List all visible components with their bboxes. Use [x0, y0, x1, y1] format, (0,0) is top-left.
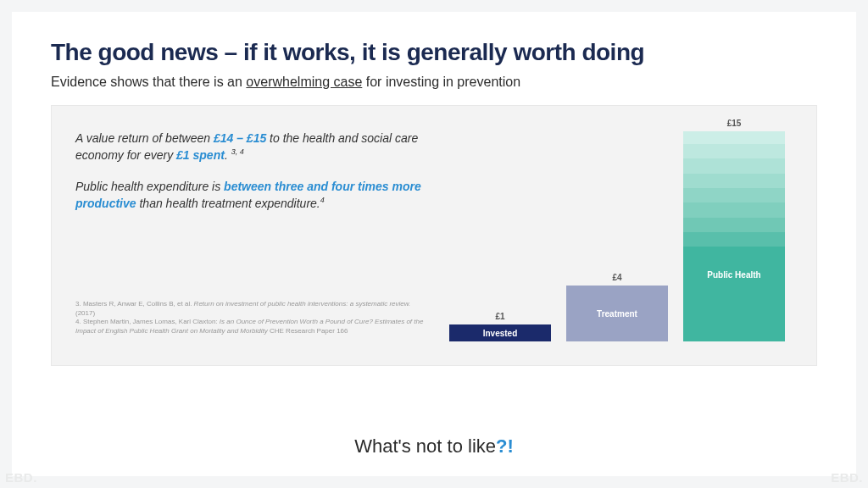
- blurb1-sup: 3, 4: [231, 148, 244, 157]
- slide-subtitle: Evidence shows that there is an overwhel…: [51, 75, 817, 90]
- blurb-1: A value return of between £14 – £15 to t…: [75, 130, 426, 164]
- ref3-i: Return on investment of public health in…: [194, 300, 411, 308]
- bar-treatment-value: £4: [612, 273, 621, 282]
- reference-3: 3. Masters R, Anwar E, Collins B, et al.…: [75, 300, 426, 319]
- blurb1-c: .: [225, 148, 231, 162]
- blurb2-sup: 4: [320, 196, 325, 204]
- bar-invested-value: £1: [495, 312, 504, 321]
- bar-public-value: £15: [727, 119, 742, 128]
- bar-public-label: Public Health: [707, 270, 760, 280]
- bar-invested: Invested: [449, 324, 551, 341]
- ref4-b: CHE Research Paper 166: [268, 327, 348, 335]
- watermark-left: EBD.: [5, 470, 37, 485]
- watermark-right: EBD.: [831, 470, 863, 485]
- references: 3. Masters R, Anwar E, Collins B, et al.…: [75, 300, 426, 336]
- content-panel: A value return of between £14 – £15 to t…: [51, 105, 817, 366]
- bar-treatment: Treatment: [566, 286, 668, 341]
- bar-chart: £1 Invested £4 Treatment £15 Public Heal…: [442, 130, 793, 348]
- blurb-2: Public health expenditure is between thr…: [75, 178, 426, 213]
- reference-4: 4. Stephen Martin, James Lomas, Karl Cla…: [75, 318, 426, 336]
- ref3-a: 3. Masters R, Anwar E, Collins B, et al.: [75, 300, 194, 308]
- subtitle-post: for investing in prevention: [362, 75, 520, 89]
- bar-treatment-label: Treatment: [597, 309, 637, 319]
- bar-treatment-wrap: £4 Treatment: [566, 273, 668, 341]
- subtitle-underline: overwhelming case: [246, 75, 362, 89]
- ref4-a: 4. Stephen Martin, James Lomas, Karl Cla…: [75, 318, 220, 325]
- footer-question: What's not to like?!: [12, 435, 856, 458]
- blurb1-em: £14 – £15: [214, 131, 266, 145]
- text-column: A value return of between £14 – £15 to t…: [75, 130, 426, 348]
- blurb2-b: than health treatment expenditure.: [136, 197, 320, 210]
- bar-public-health: Public Health: [683, 131, 785, 341]
- subtitle-pre: Evidence shows that there is an: [51, 75, 246, 89]
- slide-inner: The good news – if it works, it is gener…: [12, 12, 856, 476]
- blurb2-a: Public health expenditure is: [75, 180, 224, 193]
- slide-title: The good news – if it works, it is gener…: [51, 39, 817, 66]
- bar-invested-wrap: £1 Invested: [449, 312, 551, 341]
- slide: The good news – if it works, it is gener…: [0, 0, 868, 488]
- ref3-b: (2017): [75, 309, 95, 317]
- bar-public-wrap: £15 Public Health: [683, 119, 785, 341]
- bar-invested-label: Invested: [483, 329, 518, 338]
- blurb1-em2: £1 spent: [176, 148, 225, 162]
- blurb1-a: A value return of between: [75, 131, 214, 145]
- footer-text: What's not to like: [354, 435, 496, 457]
- footer-punct: ?!: [496, 435, 514, 457]
